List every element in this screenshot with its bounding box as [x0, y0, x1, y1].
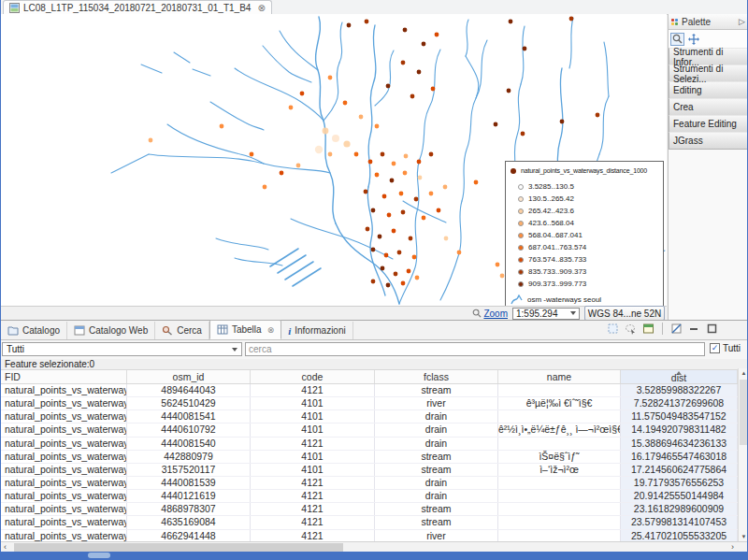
table-cell-osm_id[interactable]: 4635169084	[127, 516, 251, 528]
table-cell-FID[interactable]: natural_points_vs_waterways_dist...	[1, 490, 127, 502]
table-cell-fclass[interactable]: stream	[375, 503, 498, 515]
table-cell-osm_id[interactable]: 4440121619	[127, 490, 251, 502]
scrollbar-thumb[interactable]	[14, 543, 343, 552]
column-header-name[interactable]: name	[498, 370, 621, 383]
table-cell-fclass[interactable]: stream	[375, 451, 498, 463]
table-cell-FID[interactable]: natural_points_vs_waterways_dist...	[1, 530, 127, 542]
palette-section-strumenti-di-selezi[interactable]: Strumenti di Selezi...	[669, 65, 748, 82]
table-cell-osm_id[interactable]: 4894644043	[127, 384, 251, 396]
table-cell-name[interactable]: ì–‘ìž¬ì²œ	[498, 464, 621, 476]
table-cell-code[interactable]: 4101	[251, 451, 375, 463]
table-cell-fclass[interactable]: drain	[375, 424, 498, 436]
table-row[interactable]: natural_points_vs_waterways_dist...56245…	[1, 397, 738, 410]
table-cell-FID[interactable]: natural_points_vs_waterways_dist...	[1, 424, 127, 436]
maximize-icon[interactable]	[706, 323, 718, 335]
table-cell-name[interactable]	[498, 384, 621, 396]
table-cell-code[interactable]: 4101	[251, 410, 375, 423]
map-canvas[interactable]: natural_points_vs_waterways_distance_100…	[1, 14, 667, 306]
view-menu-icon[interactable]	[670, 323, 683, 335]
table-cell-code[interactable]: 4121	[251, 477, 375, 489]
palette-header[interactable]: Palette ▷	[669, 14, 748, 30]
scroll-up-icon[interactable]: ▲	[739, 370, 748, 376]
table-cell-fclass[interactable]: river	[375, 397, 498, 409]
table-cell-FID[interactable]: natural_points_vs_waterways_dist...	[1, 410, 127, 423]
table-row[interactable]: natural_points_vs_waterways_dist...48946…	[1, 384, 738, 397]
table-cell-dist[interactable]: 23.16182989600909	[621, 503, 738, 515]
table-row[interactable]: natural_points_vs_waterways_dist...48689…	[1, 503, 738, 516]
zoom-link[interactable]: Zoom	[472, 309, 508, 319]
table-cell-FID[interactable]: natural_points_vs_waterways_dist...	[1, 397, 127, 409]
table-cell-fclass[interactable]: drain	[375, 477, 498, 489]
table-cell-fclass[interactable]: drain	[375, 490, 498, 502]
promote-table-icon[interactable]	[642, 323, 654, 335]
table-cell-fclass[interactable]: stream	[375, 464, 498, 476]
table-row[interactable]: natural_points_vs_waterways_dist...44288…	[1, 451, 738, 464]
tab-catalogo[interactable]: Catalogo	[1, 322, 67, 339]
table-cell-osm_id[interactable]: 4440081540	[127, 438, 251, 450]
table-cell-FID[interactable]: natural_points_vs_waterways_dist...	[1, 451, 127, 463]
table-cell-FID[interactable]: natural_points_vs_waterways_dist...	[1, 516, 127, 528]
palette-pin-arrow-icon[interactable]: ▷	[739, 17, 745, 26]
select-box-icon[interactable]	[607, 323, 619, 335]
window-grip[interactable]	[88, 553, 110, 558]
editor-tab-close-icon[interactable]: ⊗	[257, 3, 265, 13]
lasso-select-icon[interactable]	[625, 323, 637, 335]
scroll-down-icon[interactable]: ▼	[739, 534, 748, 539]
table-cell-FID[interactable]: natural_points_vs_waterways_dist...	[1, 464, 127, 476]
all-checkbox[interactable]: ✓ Tutti	[710, 343, 741, 353]
table-cell-fclass[interactable]: drain	[375, 438, 498, 450]
scale-combo[interactable]: 1:595.294	[512, 308, 580, 320]
table-cell-name[interactable]: ê²½ì¸ì•„ë¼ë±ƒê¸¸ ì—¬ì²œì§€ì›ì²˜	[498, 424, 621, 436]
table-cell-FID[interactable]: natural_points_vs_waterways_dist...	[1, 438, 127, 450]
table-cell-dist[interactable]: 16.179465547463018	[621, 451, 738, 463]
table-cell-code[interactable]: 4121	[251, 516, 375, 528]
table-cell-name[interactable]	[498, 410, 621, 423]
table-cell-dist[interactable]: 23.579981314107453	[621, 516, 738, 528]
palette-section-jgrass[interactable]: JGrass	[669, 132, 748, 150]
table-row[interactable]: natural_points_vs_waterways_dist...44401…	[1, 490, 738, 503]
table-cell-code[interactable]: 4121	[251, 530, 375, 542]
table-row[interactable]: natural_points_vs_waterways_dist...44400…	[1, 410, 738, 424]
crs-button[interactable]: WGS 84...ne 52N	[584, 306, 665, 321]
table-cell-name[interactable]	[498, 530, 621, 542]
palette-pan-tool[interactable]	[686, 33, 700, 46]
table-cell-dist[interactable]: 7.528241372699608	[621, 397, 738, 409]
table-row[interactable]: natural_points_vs_waterways_dist...44400…	[1, 438, 738, 451]
tab-cerca[interactable]: Cerca	[155, 322, 209, 339]
table-cell-code[interactable]: 4101	[251, 464, 375, 476]
tab-close-icon[interactable]: ⊗	[267, 325, 275, 335]
table-cell-FID[interactable]: natural_points_vs_waterways_dist...	[1, 384, 127, 396]
table-cell-dist[interactable]: 17.214560624775864	[621, 464, 738, 476]
table-cell-FID[interactable]: natural_points_vs_waterways_dist...	[1, 503, 127, 515]
table-row[interactable]: natural_points_vs_waterways_dist...44406…	[1, 424, 738, 437]
table-row[interactable]: natural_points_vs_waterways_dist...31575…	[1, 464, 738, 477]
table-cell-fclass[interactable]: stream	[375, 384, 498, 396]
palette-section-feature-editing[interactable]: Feature Editing	[669, 115, 748, 133]
table-cell-dist[interactable]: 19.71793576556253	[621, 477, 738, 489]
table-cell-dist[interactable]: 25.417021055533205	[621, 530, 738, 542]
table-cell-dist[interactable]: 3.52859988322267	[621, 384, 738, 396]
column-header-fid[interactable]: FID	[1, 370, 127, 383]
column-header-dist[interactable]: dist	[621, 370, 738, 383]
table-cell-osm_id[interactable]: 4440610792	[127, 424, 251, 436]
table-cell-fclass[interactable]: drain	[375, 410, 498, 423]
table-cell-code[interactable]: 4121	[251, 490, 375, 502]
table-cell-osm_id[interactable]: 3157520117	[127, 464, 251, 476]
column-header-osm-id[interactable]: osm_id	[127, 370, 251, 383]
column-header-fclass[interactable]: fclass	[375, 370, 498, 383]
column-header-code[interactable]: code	[251, 370, 375, 383]
search-input[interactable]	[245, 342, 705, 356]
table-cell-osm_id[interactable]: 4440081541	[127, 410, 251, 423]
table-cell-name[interactable]	[498, 490, 621, 502]
table-vertical-scrollbar[interactable]: ▲ ▼	[738, 368, 748, 541]
table-cell-dist[interactable]: 11.575049483547152	[621, 410, 738, 423]
editor-tab[interactable]: LC08_L1TP_115034_20180721_20180731_01_T1…	[3, 0, 272, 15]
tab-tabella[interactable]: Tabella ⊗	[209, 320, 281, 339]
table-cell-fclass[interactable]: stream	[375, 516, 498, 528]
table-cell-name[interactable]	[498, 503, 621, 515]
table-cell-name[interactable]	[498, 438, 621, 450]
table-cell-osm_id[interactable]: 4440081539	[127, 477, 251, 489]
table-cell-code[interactable]: 4101	[251, 397, 375, 409]
table-row[interactable]: natural_points_vs_waterways_dist...44400…	[1, 477, 738, 490]
table-cell-fclass[interactable]: river	[375, 530, 498, 542]
